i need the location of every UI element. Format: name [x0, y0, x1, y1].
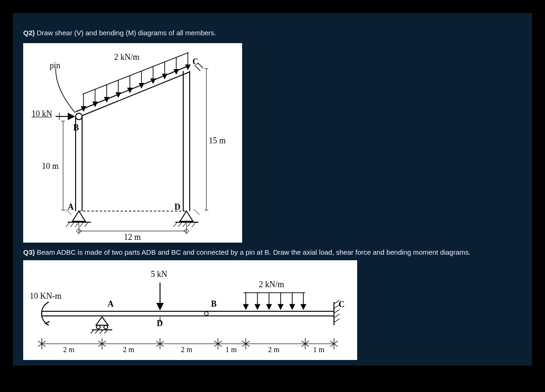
svg-line-17	[187, 222, 191, 227]
q2-tag: Q2)	[23, 29, 35, 37]
svg-point-50	[96, 325, 100, 329]
q3-dim-0: 2 m	[63, 346, 74, 354]
svg-point-6	[76, 113, 82, 120]
svg-line-8	[66, 222, 70, 227]
q3-dist-load: 2 kN/m	[259, 280, 284, 289]
q2-node-B: B	[73, 123, 79, 133]
q3-node-D: D	[157, 319, 163, 328]
q3-text: Beam ADBC is made of two parts ADB and B…	[37, 248, 471, 256]
q3-moment: 10 KN-m	[30, 291, 62, 301]
svg-line-55	[100, 330, 103, 334]
q2-prompt: Q2) Draw shear (V) and bending (M) diagr…	[23, 28, 216, 38]
svg-line-53	[90, 330, 94, 334]
svg-point-51	[104, 325, 108, 329]
svg-line-68	[334, 309, 340, 313]
svg-line-43	[194, 209, 199, 215]
svg-line-12	[84, 222, 88, 227]
q2-node-C: C	[192, 57, 199, 67]
page-sheet: Q2) Draw shear (V) and bending (M) diagr…	[13, 13, 532, 366]
q2-node-D: D	[174, 202, 180, 212]
svg-line-18	[192, 222, 196, 227]
q3-prompt: Q3) Beam ADBC is made of two parts ADB a…	[23, 247, 524, 257]
q3-dim-1: 2 m	[123, 346, 134, 354]
q3-node-A: A	[108, 299, 114, 309]
q3-point-load: 5 kN	[151, 270, 167, 279]
svg-line-16	[183, 222, 186, 227]
q3-tag: Q3)	[23, 248, 35, 256]
svg-line-10	[75, 222, 79, 227]
q3-dim-2: 2 m	[181, 346, 192, 354]
q3-dim-3: 1 m	[225, 346, 237, 354]
q2-point-load: 10 kN	[32, 109, 52, 119]
q3-dim-4: 2 m	[268, 346, 279, 354]
q3-node-C: C	[339, 300, 345, 309]
q3-figure: 5 kN 2 kN/m 10 KN-m A D B C 2 m 2 m 2 m …	[23, 260, 357, 360]
svg-line-14	[173, 222, 177, 227]
svg-line-69	[334, 314, 340, 318]
q2-pin-label: pin	[50, 61, 60, 71]
q2-h-right: 15 m	[209, 136, 226, 146]
q2-node-A: A	[68, 202, 74, 212]
svg-point-49	[205, 312, 208, 315]
q2-text: Draw shear (V) and bending (M) diagrams …	[37, 29, 216, 37]
svg-line-9	[71, 222, 74, 227]
svg-line-54	[95, 330, 98, 334]
svg-line-4	[76, 65, 190, 112]
q3-node-B: B	[211, 299, 217, 309]
q2-figure: pin 2 kN/m C 10 kN B 15 m 10 m A D 12 m	[23, 43, 242, 243]
svg-line-11	[80, 222, 83, 227]
q3-dim-5: 1 m	[313, 346, 324, 354]
q2-span: 12 m	[124, 232, 141, 242]
svg-line-70	[334, 319, 340, 322]
q2-dist-load: 2 kN/m	[114, 52, 140, 62]
svg-line-5	[76, 72, 190, 118]
svg-line-15	[178, 222, 182, 227]
svg-line-56	[104, 330, 108, 334]
q2-h-left: 10 m	[42, 161, 59, 171]
q3-svg	[23, 260, 357, 360]
